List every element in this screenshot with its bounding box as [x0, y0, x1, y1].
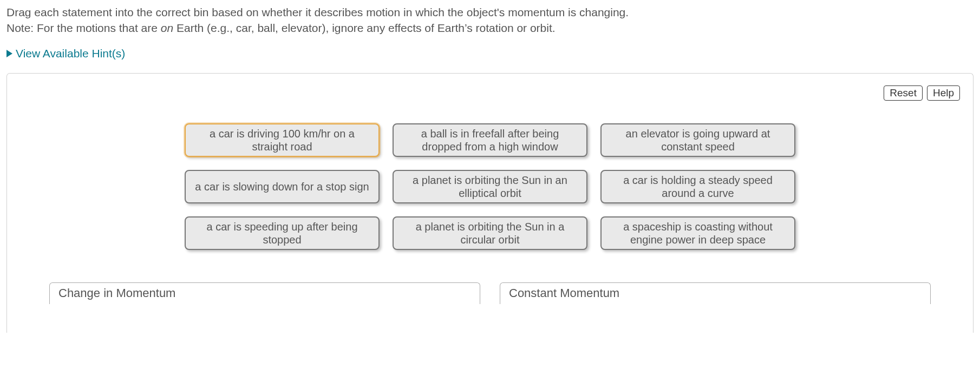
caret-right-icon: [6, 50, 12, 57]
instruction-line1: Drag each statement into the correct bin…: [6, 6, 629, 18]
card-row: a car is driving 100 km/hr on a straight…: [185, 123, 795, 157]
instruction-on: on: [161, 22, 173, 34]
card-text: an elevator is going upward at constant …: [609, 127, 787, 153]
card-text: a car is slowing down for a stop sign: [195, 180, 369, 193]
draggable-card[interactable]: a car is slowing down for a stop sign: [185, 170, 380, 203]
reset-button[interactable]: Reset: [884, 85, 923, 101]
card-text: a spaceship is coasting without engine p…: [609, 220, 787, 246]
card-text: a car is holding a steady speed around a…: [609, 174, 787, 200]
bins-area: Change in Momentum Constant Momentum: [22, 282, 958, 304]
sorting-panel: Reset Help a car is driving 100 km/hr on…: [6, 73, 974, 333]
draggable-card[interactable]: a car is holding a steady speed around a…: [600, 170, 795, 203]
bin-label: Change in Momentum: [58, 286, 175, 300]
instruction-line2a: Note: For the motions that are: [6, 22, 161, 34]
draggable-card[interactable]: a ball is in freefall after being droppe…: [393, 123, 587, 157]
card-text: a ball is in freefall after being droppe…: [401, 127, 579, 153]
bin-change-momentum[interactable]: Change in Momentum: [49, 282, 480, 304]
view-hints-toggle[interactable]: View Available Hint(s): [6, 47, 974, 60]
draggable-card[interactable]: a planet is orbiting the Sun in a circul…: [393, 216, 587, 250]
hints-label: View Available Hint(s): [16, 47, 125, 60]
help-button[interactable]: Help: [927, 85, 960, 101]
draggable-card[interactable]: a car is speeding up after being stopped: [185, 216, 380, 250]
bin-constant-momentum[interactable]: Constant Momentum: [500, 282, 931, 304]
draggable-card[interactable]: a spaceship is coasting without engine p…: [600, 216, 795, 250]
card-row: a car is speeding up after being stopped…: [185, 216, 795, 250]
draggable-card[interactable]: a car is driving 100 km/hr on a straight…: [185, 123, 380, 157]
card-text: a car is speeding up after being stopped: [193, 220, 371, 246]
card-text: a car is driving 100 km/hr on a straight…: [193, 127, 371, 153]
bin-label: Constant Momentum: [509, 286, 619, 300]
card-text: a planet is orbiting the Sun in an ellip…: [401, 174, 579, 200]
instructions-text: Drag each statement into the correct bin…: [6, 4, 974, 36]
draggable-card[interactable]: an elevator is going upward at constant …: [600, 123, 795, 157]
draggable-card[interactable]: a planet is orbiting the Sun in an ellip…: [393, 170, 587, 203]
card-row: a car is slowing down for a stop sign a …: [185, 170, 795, 203]
cards-area: a car is driving 100 km/hr on a straight…: [22, 123, 958, 250]
card-text: a planet is orbiting the Sun in a circul…: [401, 220, 579, 246]
instruction-line2b: Earth (e.g., car, ball, elevator), ignor…: [173, 22, 555, 34]
